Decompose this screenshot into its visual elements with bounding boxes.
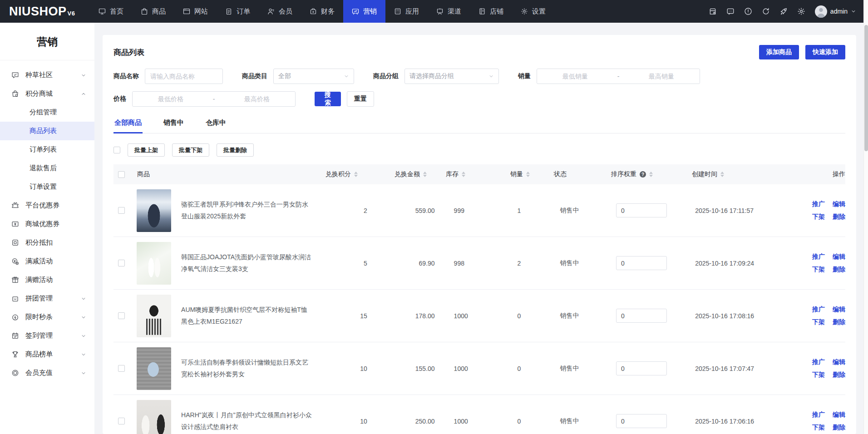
select-all-checkbox[interactable] [113, 147, 120, 153]
delete-link[interactable]: 删除 [833, 211, 845, 223]
nav-item-finance[interactable]: 财务 [301, 0, 343, 23]
sort-amount[interactable] [423, 172, 427, 177]
tab-on-sale[interactable]: 销售中 [163, 114, 185, 133]
scrollbar-track[interactable] [863, 0, 868, 434]
sort-weight-input[interactable] [616, 414, 667, 428]
edit-link[interactable]: 编辑 [833, 198, 845, 210]
tab-all-products[interactable]: 全部商品 [113, 114, 143, 133]
nav-item-home[interactable]: 首页 [90, 0, 132, 23]
product-name-input[interactable] [145, 69, 223, 84]
off-shelf-link[interactable]: 下架 [812, 369, 825, 381]
nav-item-channels[interactable]: 渠道 [428, 0, 470, 23]
nav-item-website[interactable]: 网站 [174, 0, 217, 23]
row-checkbox[interactable] [118, 207, 125, 214]
off-shelf-link[interactable]: 下架 [812, 263, 825, 276]
sales-max-input[interactable] [623, 69, 700, 83]
promote-link[interactable]: 推广 [812, 198, 825, 210]
edit-link[interactable]: 编辑 [833, 409, 845, 421]
delete-link[interactable]: 删除 [833, 263, 845, 276]
add-product-button[interactable]: 添加商品 [759, 45, 799, 59]
sidebar-item-product-list[interactable]: 商品列表 [0, 122, 94, 140]
group-select[interactable]: 请选择商品分组 [404, 69, 499, 84]
sort-weight[interactable] [649, 172, 653, 177]
sort-weight-input[interactable] [616, 309, 667, 323]
off-shelf-link[interactable]: 下架 [812, 316, 825, 328]
sort-created[interactable] [720, 172, 724, 177]
logo[interactable]: NIUSHOP V6 [0, 5, 90, 19]
row-checkbox[interactable] [118, 365, 125, 372]
price-min-input[interactable] [133, 92, 209, 106]
promote-link[interactable]: 推广 [812, 356, 825, 368]
delete-link[interactable]: 删除 [833, 421, 845, 434]
sidebar-item-ranking[interactable]: 商品榜单 [0, 345, 94, 364]
nav-item-settings[interactable]: 设置 [512, 0, 554, 23]
batch-off-shelf-button[interactable]: 批量下架 [172, 143, 209, 157]
product-title[interactable]: 韩国正品JOAJOTA洗面奶小蓝管玻尿酸水润洁净氧气清洁女三支装3支 [181, 252, 312, 274]
sidebar-item-points-mall[interactable]: 积分商城 [0, 84, 94, 103]
quick-add-button[interactable]: 快速添加 [805, 45, 845, 59]
sidebar-item-flash-sale[interactable]: 限时秒杀 [0, 308, 94, 326]
off-shelf-link[interactable]: 下架 [812, 421, 825, 434]
product-title[interactable]: AUM噢姆夏季抗菌针织空气层不对称短袖T恤黑色上衣M1EG21627 [181, 304, 312, 327]
price-max-input[interactable] [219, 92, 295, 106]
help-icon[interactable]: ? [640, 171, 646, 178]
sort-stock[interactable] [462, 172, 465, 177]
user-menu[interactable]: admin [815, 5, 856, 18]
sort-sales[interactable] [526, 172, 530, 177]
sidebar-item-community[interactable]: 种草社区 [0, 66, 94, 84]
promote-link[interactable]: 推广 [812, 409, 825, 421]
sidebar-item-order-list[interactable]: 订单列表 [0, 140, 94, 159]
reset-button[interactable]: 重置 [347, 91, 374, 107]
sort-weight-input[interactable] [616, 256, 667, 270]
product-image[interactable] [137, 242, 171, 285]
sidebar-item-sign-in[interactable]: 签到管理 [0, 326, 94, 345]
row-checkbox[interactable] [118, 418, 125, 424]
batch-delete-button[interactable]: 批量删除 [217, 143, 254, 157]
sidebar-item-points-deduct[interactable]: 积分抵扣 [0, 233, 94, 252]
sidebar-item-group-buy[interactable]: 拼团管理 [0, 289, 94, 308]
off-shelf-link[interactable]: 下架 [812, 211, 825, 223]
sort-points[interactable] [354, 172, 358, 177]
settings-gear-icon[interactable] [797, 7, 805, 15]
category-select[interactable]: 全部 [273, 69, 354, 84]
search-button[interactable]: 搜索 [315, 92, 341, 106]
nav-item-store[interactable]: 店铺 [470, 0, 512, 23]
product-image[interactable] [137, 347, 171, 390]
delete-link[interactable]: 删除 [833, 316, 845, 328]
product-title[interactable]: 可乐生活自制春季斜领设计慵懒短款日系文艺宽松长袖衬衫外套男女 [181, 357, 312, 380]
promote-link[interactable]: 推广 [812, 303, 825, 316]
row-checkbox[interactable] [118, 312, 125, 319]
sort-weight-input[interactable] [616, 361, 667, 375]
sidebar-item-order-settings[interactable]: 订单设置 [0, 178, 94, 196]
sidebar-item-recharge[interactable]: 会员充值 [0, 364, 94, 382]
header-checkbox[interactable] [118, 171, 125, 178]
nav-item-marketing[interactable]: 营销 [343, 0, 385, 23]
sidebar-item-full-gift[interactable]: 满赠活动 [0, 271, 94, 289]
row-checkbox[interactable] [118, 260, 125, 266]
nav-item-apps[interactable]: 应用 [385, 0, 428, 23]
message-icon[interactable] [726, 7, 735, 15]
refresh-icon[interactable] [762, 7, 770, 15]
sidebar-item-full-reduce[interactable]: 满减活动 [0, 252, 94, 271]
product-image[interactable] [137, 400, 171, 434]
product-title[interactable]: HARH"岚夜丨月白"原创中式立领黑白衬衫小众设计感法式垫肩衬衣 [181, 409, 312, 432]
sidebar-item-mall-coupon[interactable]: 商城优惠券 [0, 215, 94, 233]
sales-min-input[interactable] [537, 69, 613, 83]
delete-link[interactable]: 删除 [833, 369, 845, 381]
store-icon[interactable] [709, 7, 717, 15]
nav-item-orders[interactable]: 订单 [217, 0, 259, 23]
product-image[interactable] [137, 189, 171, 232]
sidebar-item-platform-coupon[interactable]: 平台优惠券 [0, 196, 94, 215]
info-icon[interactable] [744, 7, 752, 15]
promote-link[interactable]: 推广 [812, 251, 825, 263]
edit-link[interactable]: 编辑 [833, 356, 845, 368]
batch-on-shelf-button[interactable]: 批量上架 [128, 143, 165, 157]
sort-weight-input[interactable] [616, 203, 667, 217]
nav-item-goods[interactable]: 商品 [132, 0, 174, 23]
product-image[interactable] [137, 295, 171, 337]
rocket-icon[interactable] [779, 7, 788, 15]
tab-in-warehouse[interactable]: 仓库中 [205, 114, 227, 133]
nav-item-members[interactable]: 会员 [259, 0, 301, 23]
product-title[interactable]: 骆驼王者凯甲系列冲锋衣户外三合一男女防水登山服装2025新款外套 [181, 199, 312, 222]
sidebar-item-refund[interactable]: 退款售后 [0, 159, 94, 178]
